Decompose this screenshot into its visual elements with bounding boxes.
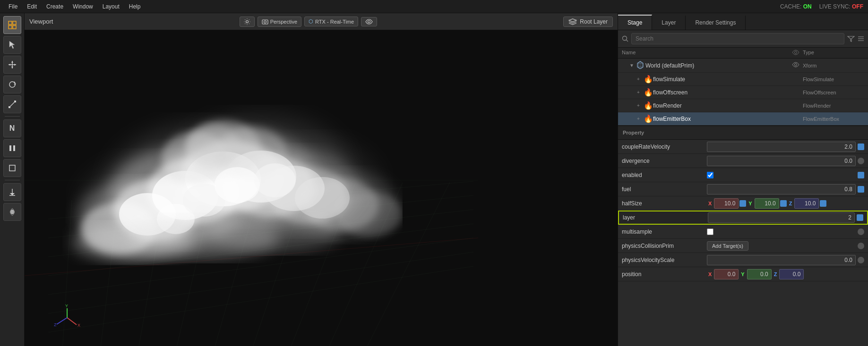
prop-input-fuel[interactable] [707,184,856,194]
y-label-halfsize: Y [747,201,753,206]
prop-value-couplerateVelocity [707,142,864,152]
expand-icon-2[interactable]: + [637,76,644,82]
svg-point-10 [9,82,15,87]
viewport-scene: X Y Z [25,30,618,346]
rtx-label: RTX - Real-Time [315,19,354,25]
tab-layer[interactable]: Layer [652,16,686,30]
tree-item-world[interactable]: ▼ World (defaultPrim) Xform [618,59,868,73]
rotate-btn[interactable] [3,76,21,93]
blue-dot-layer [857,214,863,221]
prop-name-layer: layer [623,214,708,221]
flowrender-name: flowRender [653,102,789,109]
property-row-multisample: multisample [618,225,868,239]
camera-icon [262,18,268,25]
svg-point-25 [368,20,370,23]
gear-btn[interactable] [240,17,255,27]
camera-btn[interactable]: Perspective [258,17,301,27]
viewport-canvas[interactable]: X Y Z [25,30,618,346]
prop-name-couplerateVelocity: coupleRateVelocity [622,143,707,150]
viewport-header: Viewport Perspective ⬡ [25,13,618,30]
prop-name-fuel: fuel [622,186,707,193]
prop-input-couplerateVelocity[interactable] [707,142,856,152]
scale-btn[interactable] [3,95,21,113]
prop-input-divergence[interactable] [707,156,856,166]
menu-file[interactable]: File [5,2,21,11]
z-label-position: Z [773,271,779,277]
prop-value-physicsvelocityscale [707,255,864,265]
down-btn[interactable] [3,183,21,201]
grey-dot-physicscollision [858,243,864,249]
y-input-position[interactable] [747,269,772,279]
prop-checkbox-multisample[interactable] [707,228,713,235]
world-eye[interactable] [789,62,803,69]
tree-item-flowoffscreen[interactable]: + 🔥 flowOffscreen FlowOffscreen [618,86,868,99]
menu-layout[interactable]: Layout [99,2,123,11]
prop-name-divergence: divergence [622,158,707,164]
layout-btn[interactable] [3,16,21,34]
x-input-position[interactable] [714,269,739,279]
menu-window[interactable]: Window [69,2,97,11]
grey-dot-physicsvelocityscale [858,257,864,263]
svg-marker-9 [14,64,16,66]
n-btn[interactable]: N [3,119,21,137]
filter-icon[interactable] [847,35,855,42]
property-header: Property [618,126,868,140]
add-target-btn[interactable]: Add Target(s) [707,241,748,251]
pause-btn[interactable] [3,139,21,157]
tree-item-flowemitterbox[interactable]: + 🔥 flowEmitterBox FlowEmitterBox [618,112,868,126]
paint-btn[interactable] [3,203,21,221]
svg-point-24 [264,21,266,23]
separator-1 [5,116,20,117]
right-panel: Stage Layer Render Settings Name [618,13,868,346]
svg-point-84 [623,36,627,41]
z-input-halfsize[interactable] [794,198,819,209]
prop-name-halfsize: halfSize [622,200,707,207]
livesync-status: LIVE SYNC: OFF [819,3,863,10]
tab-render-settings[interactable]: Render Settings [686,16,746,30]
svg-line-82 [57,318,67,324]
grey-dot-multisample [858,228,864,235]
menu-icon[interactable] [858,35,864,42]
prop-checkbox-enabled[interactable] [707,172,713,178]
prop-value-enabled [707,172,864,178]
svg-rect-14 [9,106,10,108]
blue-dot-x-halfsize [739,200,746,207]
property-row-fuel: fuel [618,182,868,196]
search-input[interactable] [631,33,844,44]
x-input-halfsize[interactable] [714,198,739,209]
expand-icon-4[interactable]: + [637,103,644,108]
menu-help[interactable]: Help [125,2,145,11]
coord-group-position: X Y Z [707,269,804,279]
svg-point-70 [188,125,240,167]
eye-btn[interactable] [361,17,377,26]
menu-edit[interactable]: Edit [23,2,41,11]
expand-icon[interactable]: ▼ [629,63,636,68]
flowsimulate-type: FlowSimulate [803,76,864,82]
x-label-position: X [707,271,713,277]
property-row-physicsvelocityscale: physicsVelocityScale [618,253,868,267]
tab-stage[interactable]: Stage [618,15,652,30]
rtx-btn[interactable]: ⬡ RTX - Real-Time [304,17,358,26]
tree-item-flowsimulate[interactable]: + 🔥 flowSimulate FlowSimulate [618,73,868,86]
menu-create[interactable]: Create [43,2,67,11]
move-btn[interactable] [3,56,21,74]
tree-item-flowrender[interactable]: + 🔥 flowRender FlowRender [618,99,868,112]
select-btn[interactable] [3,36,21,54]
flame-icon-1: 🔥 [644,75,653,84]
y-input-halfsize[interactable] [755,198,779,209]
expand-icon-5[interactable]: + [637,116,644,121]
main-content: N [0,13,868,346]
svg-marker-8 [9,64,10,66]
stage-tabs: Stage Layer Render Settings [618,13,868,30]
z-input-position[interactable] [779,269,804,279]
svg-line-78 [67,318,77,325]
box-btn[interactable] [3,159,21,177]
prop-input-layer[interactable] [708,212,855,223]
prop-value-layer [708,212,863,223]
svg-point-91 [795,64,797,66]
root-layer-btn[interactable]: Root Layer [563,17,613,27]
prop-input-physicsvelocityscale[interactable] [707,255,856,265]
prop-name-enabled: enabled [622,172,707,178]
expand-icon-3[interactable]: + [637,90,644,95]
svg-rect-1 [13,21,16,25]
